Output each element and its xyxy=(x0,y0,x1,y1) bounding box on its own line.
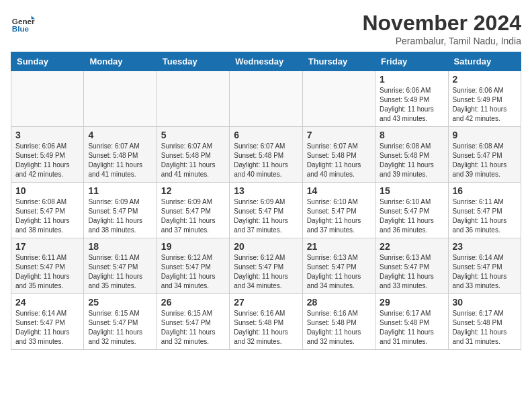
calendar-cell: 19Sunrise: 6:12 AM Sunset: 5:47 PM Dayli… xyxy=(157,238,229,294)
calendar-cell: 8Sunrise: 6:08 AM Sunset: 5:48 PM Daylig… xyxy=(375,127,448,183)
calendar-cell: 5Sunrise: 6:07 AM Sunset: 5:48 PM Daylig… xyxy=(157,127,229,183)
calendar-cell: 18Sunrise: 6:11 AM Sunset: 5:47 PM Dayli… xyxy=(84,238,157,294)
calendar-cell: 24Sunrise: 6:14 AM Sunset: 5:47 PM Dayli… xyxy=(11,294,84,350)
calendar-cell: 16Sunrise: 6:11 AM Sunset: 5:47 PM Dayli… xyxy=(448,183,521,238)
calendar-week-row: 17Sunrise: 6:11 AM Sunset: 5:47 PM Dayli… xyxy=(11,238,521,294)
day-number: 14 xyxy=(307,185,371,196)
calendar-cell: 21Sunrise: 6:13 AM Sunset: 5:47 PM Dayli… xyxy=(302,238,375,294)
day-info: Sunrise: 6:07 AM Sunset: 5:48 PM Dayligh… xyxy=(234,142,298,179)
calendar-cell: 3Sunrise: 6:06 AM Sunset: 5:49 PM Daylig… xyxy=(11,127,84,183)
day-number: 20 xyxy=(234,241,298,252)
calendar-cell: 12Sunrise: 6:09 AM Sunset: 5:47 PM Dayli… xyxy=(157,183,229,238)
calendar-cell: 22Sunrise: 6:13 AM Sunset: 5:47 PM Dayli… xyxy=(375,238,448,294)
weekday-header: Sunday xyxy=(11,52,84,71)
calendar-cell: 6Sunrise: 6:07 AM Sunset: 5:48 PM Daylig… xyxy=(230,127,302,183)
weekday-header: Friday xyxy=(375,52,448,71)
day-number: 29 xyxy=(380,297,443,308)
day-info: Sunrise: 6:16 AM Sunset: 5:48 PM Dayligh… xyxy=(307,309,371,347)
day-number: 7 xyxy=(307,130,371,140)
calendar-cell: 7Sunrise: 6:07 AM Sunset: 5:48 PM Daylig… xyxy=(302,127,375,183)
calendar-cell xyxy=(230,71,302,127)
day-number: 1 xyxy=(380,74,443,85)
weekday-header: Wednesday xyxy=(230,52,302,71)
day-number: 27 xyxy=(234,297,298,308)
day-info: Sunrise: 6:11 AM Sunset: 5:47 PM Dayligh… xyxy=(88,253,152,291)
day-number: 19 xyxy=(161,241,225,252)
calendar-cell: 30Sunrise: 6:17 AM Sunset: 5:48 PM Dayli… xyxy=(448,294,521,350)
month-title: November 2024 xyxy=(362,11,521,36)
day-info: Sunrise: 6:06 AM Sunset: 5:49 PM Dayligh… xyxy=(453,86,517,124)
calendar-cell: 23Sunrise: 6:14 AM Sunset: 5:47 PM Dayli… xyxy=(448,238,521,294)
day-info: Sunrise: 6:07 AM Sunset: 5:48 PM Dayligh… xyxy=(161,142,225,179)
day-info: Sunrise: 6:10 AM Sunset: 5:47 PM Dayligh… xyxy=(307,197,371,235)
calendar-cell: 11Sunrise: 6:09 AM Sunset: 5:47 PM Dayli… xyxy=(84,183,157,238)
calendar-week-row: 3Sunrise: 6:06 AM Sunset: 5:49 PM Daylig… xyxy=(11,127,521,183)
calendar-cell: 26Sunrise: 6:15 AM Sunset: 5:47 PM Dayli… xyxy=(157,294,229,350)
weekday-header: Thursday xyxy=(302,52,375,71)
day-info: Sunrise: 6:08 AM Sunset: 5:47 PM Dayligh… xyxy=(453,142,517,179)
day-number: 30 xyxy=(453,297,517,308)
calendar-cell: 25Sunrise: 6:15 AM Sunset: 5:47 PM Dayli… xyxy=(84,294,157,350)
day-info: Sunrise: 6:08 AM Sunset: 5:48 PM Dayligh… xyxy=(380,142,443,179)
day-info: Sunrise: 6:14 AM Sunset: 5:47 PM Dayligh… xyxy=(15,309,79,347)
day-number: 16 xyxy=(453,185,517,196)
day-info: Sunrise: 6:15 AM Sunset: 5:47 PM Dayligh… xyxy=(88,309,152,347)
day-number: 4 xyxy=(88,130,152,140)
day-info: Sunrise: 6:16 AM Sunset: 5:48 PM Dayligh… xyxy=(234,309,298,347)
day-info: Sunrise: 6:17 AM Sunset: 5:48 PM Dayligh… xyxy=(453,309,517,347)
day-info: Sunrise: 6:12 AM Sunset: 5:47 PM Dayligh… xyxy=(161,253,225,291)
calendar-week-row: 1Sunrise: 6:06 AM Sunset: 5:49 PM Daylig… xyxy=(11,71,521,127)
calendar-cell: 27Sunrise: 6:16 AM Sunset: 5:48 PM Dayli… xyxy=(230,294,302,350)
day-number: 9 xyxy=(453,130,517,140)
calendar-cell: 14Sunrise: 6:10 AM Sunset: 5:47 PM Dayli… xyxy=(302,183,375,238)
day-info: Sunrise: 6:15 AM Sunset: 5:47 PM Dayligh… xyxy=(161,309,225,347)
day-number: 18 xyxy=(88,241,152,252)
day-number: 8 xyxy=(380,130,443,140)
day-number: 21 xyxy=(307,241,371,252)
title-section: November 2024 Perambalur, Tamil Nadu, In… xyxy=(362,11,521,46)
day-number: 10 xyxy=(15,185,79,196)
day-number: 22 xyxy=(380,241,443,252)
day-info: Sunrise: 6:10 AM Sunset: 5:47 PM Dayligh… xyxy=(380,197,443,235)
day-number: 13 xyxy=(234,185,298,196)
day-info: Sunrise: 6:11 AM Sunset: 5:47 PM Dayligh… xyxy=(15,253,79,291)
day-number: 24 xyxy=(15,297,79,308)
calendar-cell: 29Sunrise: 6:17 AM Sunset: 5:48 PM Dayli… xyxy=(375,294,448,350)
calendar-cell xyxy=(302,71,375,127)
calendar-cell xyxy=(157,71,229,127)
logo: General Blue xyxy=(11,11,35,35)
calendar-cell: 2Sunrise: 6:06 AM Sunset: 5:49 PM Daylig… xyxy=(448,71,521,127)
calendar-cell: 1Sunrise: 6:06 AM Sunset: 5:49 PM Daylig… xyxy=(375,71,448,127)
calendar-cell: 28Sunrise: 6:16 AM Sunset: 5:48 PM Dayli… xyxy=(302,294,375,350)
day-info: Sunrise: 6:09 AM Sunset: 5:47 PM Dayligh… xyxy=(88,197,152,235)
calendar-cell: 13Sunrise: 6:09 AM Sunset: 5:47 PM Dayli… xyxy=(230,183,302,238)
calendar-cell: 4Sunrise: 6:07 AM Sunset: 5:48 PM Daylig… xyxy=(84,127,157,183)
day-info: Sunrise: 6:11 AM Sunset: 5:47 PM Dayligh… xyxy=(453,197,517,235)
day-number: 28 xyxy=(307,297,371,308)
calendar-week-row: 10Sunrise: 6:08 AM Sunset: 5:47 PM Dayli… xyxy=(11,183,521,238)
day-number: 6 xyxy=(234,130,298,140)
day-number: 11 xyxy=(88,185,152,196)
day-info: Sunrise: 6:07 AM Sunset: 5:48 PM Dayligh… xyxy=(307,142,371,179)
calendar-table: SundayMondayTuesdayWednesdayThursdayFrid… xyxy=(11,52,521,350)
day-info: Sunrise: 6:13 AM Sunset: 5:47 PM Dayligh… xyxy=(380,253,443,291)
day-number: 17 xyxy=(15,241,79,252)
calendar-header-row: SundayMondayTuesdayWednesdayThursdayFrid… xyxy=(11,52,521,71)
day-number: 12 xyxy=(161,185,225,196)
day-info: Sunrise: 6:14 AM Sunset: 5:47 PM Dayligh… xyxy=(453,253,517,291)
day-number: 15 xyxy=(380,185,443,196)
day-number: 25 xyxy=(88,297,152,308)
day-number: 2 xyxy=(453,74,517,85)
day-info: Sunrise: 6:06 AM Sunset: 5:49 PM Dayligh… xyxy=(15,142,79,179)
location: Perambalur, Tamil Nadu, India xyxy=(362,36,521,46)
day-info: Sunrise: 6:07 AM Sunset: 5:48 PM Dayligh… xyxy=(88,142,152,179)
calendar-cell: 10Sunrise: 6:08 AM Sunset: 5:47 PM Dayli… xyxy=(11,183,84,238)
day-number: 26 xyxy=(161,297,225,308)
calendar-cell: 15Sunrise: 6:10 AM Sunset: 5:47 PM Dayli… xyxy=(375,183,448,238)
day-number: 5 xyxy=(161,130,225,140)
calendar-cell: 17Sunrise: 6:11 AM Sunset: 5:47 PM Dayli… xyxy=(11,238,84,294)
day-info: Sunrise: 6:06 AM Sunset: 5:49 PM Dayligh… xyxy=(380,86,443,124)
day-info: Sunrise: 6:12 AM Sunset: 5:47 PM Dayligh… xyxy=(234,253,298,291)
day-number: 23 xyxy=(453,241,517,252)
calendar-week-row: 24Sunrise: 6:14 AM Sunset: 5:47 PM Dayli… xyxy=(11,294,521,350)
